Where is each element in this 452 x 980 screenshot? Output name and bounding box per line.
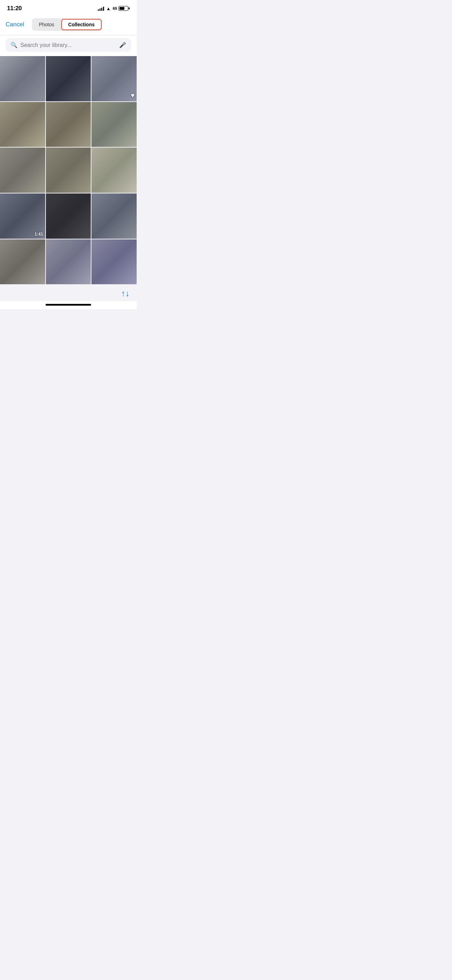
photo-cell[interactable]: ♥	[91, 56, 137, 101]
photo-cell[interactable]	[91, 239, 137, 285]
photo-thumbnail	[46, 239, 91, 285]
search-bar: 🔍 🎤	[6, 38, 131, 52]
search-icon: 🔍	[11, 42, 18, 48]
wifi-icon: ▲	[106, 6, 111, 11]
heart-badge: ♥	[131, 92, 135, 99]
battery-icon: 69	[113, 6, 130, 11]
photo-thumbnail	[91, 194, 137, 239]
status-bar: 11:20 ▲ 69	[0, 0, 137, 15]
status-time: 11:20	[7, 5, 22, 12]
photo-thumbnail	[46, 102, 91, 147]
nav-bar: Cancel Photos Collections	[0, 15, 137, 35]
photo-cell[interactable]	[46, 148, 91, 193]
tab-photos[interactable]: Photos	[33, 19, 60, 30]
photo-thumbnail	[46, 194, 91, 239]
photo-thumbnail	[91, 102, 137, 147]
tab-collections[interactable]: Collections	[61, 19, 102, 30]
home-bar	[46, 304, 91, 305]
photo-cell[interactable]	[91, 194, 137, 239]
photo-cell[interactable]	[46, 56, 91, 101]
segment-control: Photos Collections	[32, 18, 102, 31]
cancel-button[interactable]: Cancel	[6, 21, 24, 28]
bottom-bar: ↑↓	[0, 284, 137, 301]
photo-cell[interactable]	[0, 239, 45, 285]
photo-cell[interactable]: 1:41	[0, 194, 45, 239]
photo-thumbnail	[91, 148, 137, 193]
photo-thumbnail	[46, 56, 91, 101]
photo-thumbnail	[91, 239, 137, 285]
status-icons: ▲ 69	[98, 6, 130, 11]
photo-cell[interactable]	[0, 56, 45, 101]
photo-thumbnail	[0, 239, 45, 285]
signal-icon	[98, 6, 104, 11]
home-indicator	[0, 301, 137, 309]
photo-grid: ♥1:41	[0, 56, 137, 284]
search-input[interactable]	[20, 42, 116, 48]
photo-thumbnail	[0, 148, 45, 193]
photo-cell[interactable]	[0, 102, 45, 147]
photo-cell[interactable]	[0, 148, 45, 193]
photo-cell[interactable]	[91, 148, 137, 193]
search-container: 🔍 🎤	[0, 35, 137, 56]
photo-cell[interactable]	[91, 102, 137, 147]
photo-thumbnail	[46, 148, 91, 193]
sort-icon[interactable]: ↑↓	[121, 288, 130, 298]
photo-cell[interactable]	[46, 239, 91, 285]
photo-cell[interactable]	[46, 194, 91, 239]
duration-badge: 1:41	[35, 232, 43, 237]
mic-icon[interactable]: 🎤	[119, 42, 126, 48]
photo-cell[interactable]	[46, 102, 91, 147]
photo-thumbnail	[0, 56, 45, 101]
photo-thumbnail	[0, 102, 45, 147]
photo-thumbnail	[91, 56, 137, 101]
